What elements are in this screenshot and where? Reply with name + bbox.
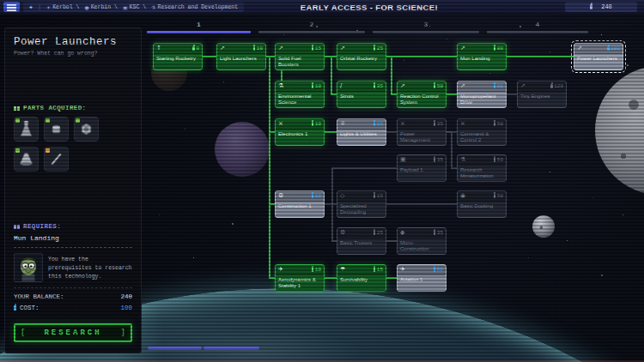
tech-node-specialized_decoupling[interactable]: ◇15Specialized Decoupling xyxy=(337,190,386,218)
science-cost: 15 xyxy=(374,193,383,199)
tech-node-struts[interactable]: ∕35Struts xyxy=(337,81,386,108)
tech-node-label: Aviation 1 xyxy=(398,275,446,283)
tech-node-label: Power Launchers xyxy=(574,54,623,62)
science-flask-icon xyxy=(550,84,553,88)
tech-node-solid_fuel_boosters[interactable]: ↗15Solid Fuel Boosters xyxy=(275,43,325,70)
tech-node-label: Specialized Decoupling xyxy=(337,202,386,215)
ksp2-research-screen: ◈|☀Kerbol \●Kerbin \▣KSC \⚗Research and … xyxy=(0,0,644,362)
parts-acquired-header: PARTS ACQUIRED: xyxy=(14,105,132,112)
tech-node-basic_docking[interactable]: ◉50Basic Docking xyxy=(457,190,507,218)
tech-node-label: Environmental Science xyxy=(276,92,324,106)
science-cost: 10 xyxy=(312,121,321,127)
science-flask-icon xyxy=(494,46,496,51)
tech-node-electronics_1[interactable]: ×10Electronics 1 xyxy=(275,118,325,146)
building-icon: ▣ xyxy=(123,4,128,10)
launch-icon: ↗ xyxy=(220,45,225,51)
part-tile[interactable] xyxy=(74,117,99,142)
breadcrumb-item-1[interactable]: ●Kerbin \ xyxy=(84,4,117,10)
breadcrumb-label: Kerbol \ xyxy=(52,4,79,10)
science-cost: 25 xyxy=(374,230,383,236)
science-cost: 15 xyxy=(312,45,321,51)
tech-node-basic_trusses[interactable]: ⚙25Basic Trusses xyxy=(337,227,386,255)
science-flask-icon xyxy=(312,194,314,198)
tech-node-command_control_2[interactable]: ×50Command & Control 2 xyxy=(457,118,507,146)
tech-node-label: Tiny Engines xyxy=(518,92,566,100)
tech-node-research_miniaturization[interactable]: ⚗50Research Miniaturization xyxy=(457,154,507,182)
science-flask-icon xyxy=(434,84,436,88)
part-tile[interactable] xyxy=(44,117,69,142)
science-flask-icon xyxy=(374,194,376,198)
science-cost: 50 xyxy=(494,157,503,163)
page-title: EARLY ACCESS - FOR SCIENCE! xyxy=(301,3,438,12)
wrench-icon: ⚙ xyxy=(340,230,345,236)
decoupler-icon: ◇ xyxy=(340,193,344,199)
science-flask-icon xyxy=(312,122,314,126)
science-cost: 15 xyxy=(374,121,383,127)
tech-node-power_management[interactable]: ×35Power Management xyxy=(397,118,447,146)
parachute-icon: ☂ xyxy=(340,267,345,273)
horizontal-scrollbar[interactable] xyxy=(148,347,259,350)
wrench-icon: ⚙ xyxy=(278,193,283,199)
tech-node-lights_utilities[interactable]: ☼15Lights & Utilities xyxy=(337,118,386,146)
science-cost: 80 xyxy=(494,83,503,89)
breadcrumb-item-3[interactable]: ⚗Research and Development xyxy=(151,4,238,10)
breadcrumb-item-2[interactable]: ▣KSC \ xyxy=(123,4,146,10)
tech-node-monopropellant_drive[interactable]: ↗80Monopropellant Drive xyxy=(457,81,507,108)
tech-node-orbital_rocketry[interactable]: ↗25Orbital Rocketry xyxy=(337,43,386,70)
planet-icon: ● xyxy=(84,4,88,10)
tech-node-construction_1[interactable]: ⚙10Construction 1 xyxy=(275,190,325,218)
science-cost: 10 xyxy=(253,45,263,51)
launch-icon: ↗ xyxy=(400,83,405,89)
rocket-icon: ↑ xyxy=(156,45,161,51)
launch-icon: ↗ xyxy=(577,45,582,51)
tech-node-label: Aerodynamics & Stability 1 xyxy=(276,275,324,289)
science-flask-icon xyxy=(374,231,376,235)
tech-node-label: Reaction Control System xyxy=(398,92,446,106)
science-cost: 50 xyxy=(434,83,443,89)
tech-node-reaction_control_system[interactable]: ↗50Reaction Control System xyxy=(397,81,447,108)
menu-button[interactable] xyxy=(3,2,20,12)
tech-node-survivability[interactable]: ☂15Survivability xyxy=(337,264,386,292)
tech-node-environmental_science[interactable]: ⚗10Environmental Science xyxy=(275,81,325,108)
science-cost: 10 xyxy=(312,83,321,89)
tech-title: Power Launchers xyxy=(14,36,132,48)
cylinder-part-icon xyxy=(47,120,65,138)
tech-node-mun_landing[interactable]: ↗80Mun Landing xyxy=(457,43,507,70)
science-flask-icon xyxy=(374,268,376,272)
research-button[interactable]: [ RESEARCH ] xyxy=(14,323,132,342)
nut-part-icon xyxy=(77,120,95,138)
crossed-tools-icon: × xyxy=(460,121,465,127)
cost-value: 100 xyxy=(120,305,132,311)
tech-node-label: Basic Docking xyxy=(458,202,506,209)
launch-icon: ↗ xyxy=(340,45,345,51)
tech-node-payload_1[interactable]: ▣35Payload 1 xyxy=(397,154,447,182)
part-tile[interactable] xyxy=(14,147,39,172)
tech-node-tiny_engines[interactable]: ↗120Tiny Engines xyxy=(517,81,567,108)
rod-part-icon xyxy=(47,150,65,168)
science-flask-icon xyxy=(192,46,195,51)
science-flask-icon xyxy=(14,305,16,311)
breadcrumb-label: KSC \ xyxy=(130,4,147,10)
tech-node-aviation_1[interactable]: ✈50Aviation 1 xyxy=(397,264,447,292)
part-tile[interactable] xyxy=(44,147,69,172)
science-flask-icon xyxy=(312,84,314,88)
payload-icon: ▣ xyxy=(400,157,406,163)
tech-node-light_launchers[interactable]: ↗10Light Launchers xyxy=(216,43,266,70)
tech-node-power_launchers[interactable]: ↗100Power Launchers xyxy=(574,43,623,70)
launch-icon: ↗ xyxy=(460,45,465,51)
tech-node-label: Electronics 1 xyxy=(276,130,324,137)
part-tile[interactable] xyxy=(14,117,39,142)
science-flask-icon xyxy=(253,46,256,51)
science-cost: 15 xyxy=(374,267,383,273)
breadcrumb-item-0[interactable]: ☀Kerbol \ xyxy=(46,4,80,10)
tech-node-aero_stability_1[interactable]: ✈10Aerodynamics & Stability 1 xyxy=(275,264,325,292)
wing-icon: ✈ xyxy=(400,267,405,273)
tech-node-micro_construction[interactable]: ◆35Micro-Construction xyxy=(397,227,447,255)
breadcrumb-label: Research and Development xyxy=(157,4,238,10)
engine-part-icon xyxy=(17,120,35,138)
tech-node-starting_rocketry[interactable]: ↑0Starting Rocketry xyxy=(153,43,203,70)
balance-row: YOUR BALANCE: 240 xyxy=(14,293,132,300)
strut-icon: ∕ xyxy=(340,83,342,89)
required-tech: Mun Landing xyxy=(14,234,132,242)
tech-node-label: Orbital Rocketry xyxy=(337,54,386,62)
